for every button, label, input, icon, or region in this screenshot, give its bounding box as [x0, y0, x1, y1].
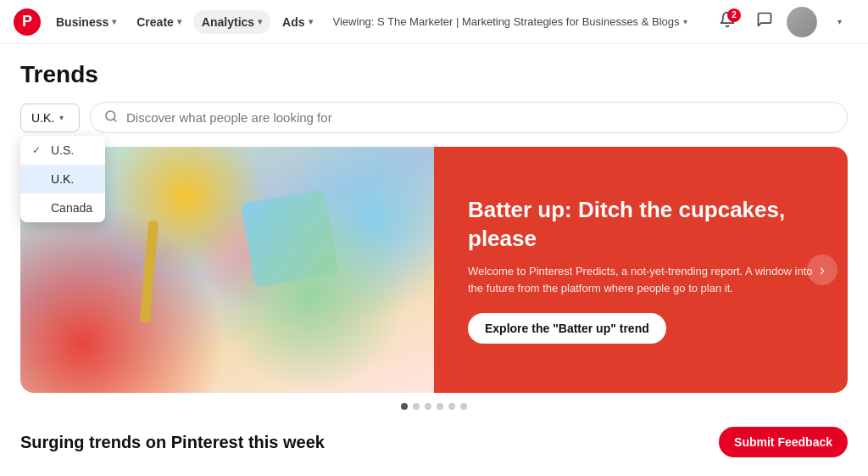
chevron-down-icon: ▾	[258, 17, 262, 26]
country-option-canada-label: Canada	[51, 201, 92, 215]
nav-viewing-selector[interactable]: Viewing: S The Marketer | Marketing Stra…	[325, 10, 696, 33]
country-selected-label: U.K.	[31, 111, 54, 125]
surging-section-header: Surging trends on Pinterest this week Su…	[20, 427, 848, 457]
search-input[interactable]	[126, 110, 833, 125]
search-icon	[104, 109, 118, 126]
country-dropdown-trigger[interactable]: U.K. ▾	[20, 104, 80, 132]
notifications-button[interactable]: 2	[712, 7, 743, 37]
hero-dots	[20, 403, 848, 410]
nav-label-create: Create	[136, 15, 174, 29]
nav-viewing-text: Viewing: S The Marketer | Marketing Stra…	[333, 15, 680, 28]
nav-item-ads[interactable]: Ads ▾	[274, 10, 320, 34]
chevron-down-icon: ▾	[837, 17, 842, 26]
page-title: Trends	[20, 61, 848, 88]
check-icon: ✓	[32, 144, 44, 156]
navbar: P Business ▾ Create ▾ Analytics ▾ Ads ▾ …	[0, 0, 868, 44]
svg-line-1	[114, 119, 116, 121]
notification-badge: 2	[727, 8, 741, 22]
hero-dot-4[interactable]	[437, 403, 443, 410]
hero-dot-3[interactable]	[425, 403, 431, 410]
nav-item-business[interactable]: Business ▾	[47, 10, 125, 34]
hero-dot-5[interactable]	[448, 403, 455, 410]
chevron-down-icon: ▾	[683, 17, 687, 26]
page-content: Trends U.K. ▾ ✓ U.S. U.K. Canada	[0, 44, 868, 457]
country-dropdown-menu: ✓ U.S. U.K. Canada	[20, 136, 105, 222]
hero-banner: Batter up: Ditch the cupcakes, please We…	[20, 147, 848, 393]
hero-dot-1[interactable]	[401, 403, 408, 410]
chevron-down-icon: ▾	[112, 17, 116, 26]
nav-item-analytics[interactable]: Analytics ▾	[193, 10, 270, 34]
account-menu-button[interactable]: ▾	[824, 7, 854, 37]
nav-label-analytics: Analytics	[202, 15, 254, 29]
hero-cta-button[interactable]: Explore the "Batter up" trend	[468, 313, 666, 344]
controls-row: U.K. ▾ ✓ U.S. U.K. Canada	[20, 102, 848, 133]
surging-section-title: Surging trends on Pinterest this week	[20, 433, 325, 452]
nav-label-business: Business	[56, 15, 108, 29]
nav-label-ads: Ads	[282, 15, 304, 29]
hero-dot-6[interactable]	[460, 403, 467, 410]
hero-next-button[interactable]: ›	[807, 255, 837, 285]
country-option-uk[interactable]: U.K.	[20, 165, 105, 193]
chevron-down-icon: ▾	[177, 17, 181, 26]
hero-text-panel: Batter up: Ditch the cupcakes, please We…	[434, 147, 848, 393]
country-option-uk-label: U.K.	[51, 172, 74, 186]
user-avatar[interactable]	[787, 7, 817, 37]
country-option-us[interactable]: ✓ U.S.	[20, 136, 105, 165]
pinterest-logo[interactable]: P	[14, 8, 41, 36]
nav-items: Business ▾ Create ▾ Analytics ▾ Ads ▾ Vi…	[47, 10, 712, 34]
chevron-down-icon: ▾	[59, 113, 64, 122]
chat-icon	[756, 11, 773, 32]
country-option-canada[interactable]: Canada	[20, 193, 105, 222]
submit-feedback-button[interactable]: Submit Feedback	[719, 427, 848, 457]
messages-button[interactable]	[749, 7, 780, 37]
chevron-down-icon: ▾	[309, 17, 313, 26]
avatar-image	[787, 7, 817, 37]
country-dropdown-wrapper: U.K. ▾ ✓ U.S. U.K. Canada	[20, 104, 80, 132]
nav-right: 2 ▾	[712, 7, 854, 37]
nav-item-create[interactable]: Create ▾	[128, 10, 190, 34]
country-option-us-label: U.S.	[51, 143, 74, 157]
hero-description: Welcome to Pinterest Predicts, a not-yet…	[468, 263, 814, 296]
hero-dot-2[interactable]	[413, 403, 420, 410]
hero-title: Batter up: Ditch the cupcakes, please	[468, 196, 814, 254]
search-bar	[90, 102, 848, 133]
